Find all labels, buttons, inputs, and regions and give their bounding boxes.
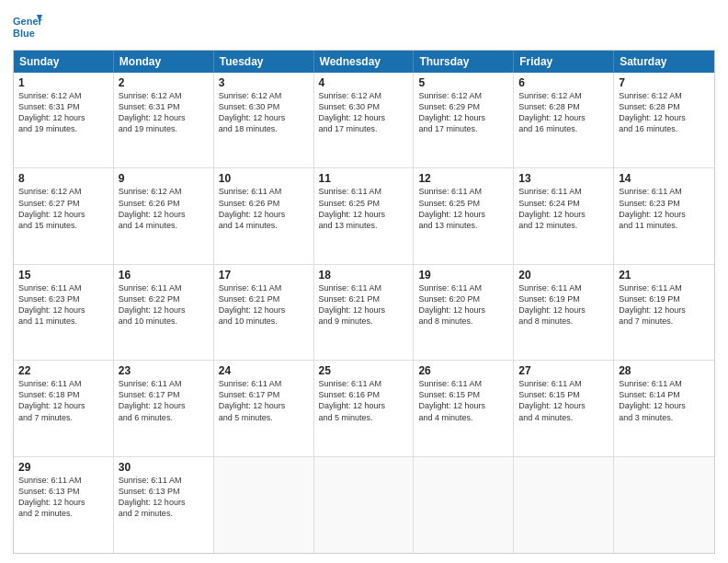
- day-number: 5: [418, 76, 508, 89]
- day-info: Sunrise: 6:11 AMSunset: 6:19 PMDaylight:…: [518, 282, 609, 327]
- day-info: Sunrise: 6:11 AMSunset: 6:17 PMDaylight:…: [119, 378, 209, 423]
- calendar-cell: 19Sunrise: 6:11 AMSunset: 6:20 PMDayligh…: [414, 265, 514, 360]
- day-number: 18: [319, 269, 409, 282]
- day-number: 20: [518, 269, 609, 282]
- calendar-header: SundayMondayTuesdayWednesdayThursdayFrid…: [14, 51, 714, 73]
- calendar-cell: 29Sunrise: 6:11 AMSunset: 6:13 PMDayligh…: [14, 457, 114, 553]
- day-info: Sunrise: 6:11 AMSunset: 6:21 PMDaylight:…: [319, 282, 409, 327]
- calendar-cell: 6Sunrise: 6:12 AMSunset: 6:28 PMDaylight…: [514, 73, 614, 167]
- calendar-cell: 25Sunrise: 6:11 AMSunset: 6:16 PMDayligh…: [314, 361, 415, 455]
- calendar-cell: 17Sunrise: 6:11 AMSunset: 6:21 PMDayligh…: [214, 265, 314, 360]
- header-day-monday: Monday: [114, 51, 214, 73]
- header-day-friday: Friday: [514, 51, 614, 73]
- logo-svg: General Blue: [13, 13, 42, 42]
- day-number: 28: [619, 364, 710, 377]
- calendar-cell: [614, 457, 714, 553]
- day-number: 23: [119, 364, 209, 377]
- day-number: 10: [219, 172, 309, 185]
- calendar-cell: 26Sunrise: 6:11 AMSunset: 6:15 PMDayligh…: [414, 361, 514, 455]
- day-number: 1: [18, 76, 108, 89]
- calendar-cell: 12Sunrise: 6:11 AMSunset: 6:25 PMDayligh…: [414, 168, 514, 263]
- day-number: 9: [119, 172, 209, 185]
- day-info: Sunrise: 6:12 AMSunset: 6:27 PMDaylight:…: [18, 186, 108, 231]
- day-number: 29: [18, 461, 108, 474]
- day-info: Sunrise: 6:11 AMSunset: 6:25 PMDaylight:…: [319, 186, 409, 231]
- day-number: 27: [518, 364, 609, 377]
- day-info: Sunrise: 6:12 AMSunset: 6:28 PMDaylight:…: [518, 90, 609, 135]
- calendar-cell: 4Sunrise: 6:12 AMSunset: 6:30 PMDaylight…: [314, 73, 415, 167]
- calendar-cell: [514, 457, 614, 553]
- calendar-cell: 20Sunrise: 6:11 AMSunset: 6:19 PMDayligh…: [514, 265, 614, 360]
- calendar-cell: 7Sunrise: 6:12 AMSunset: 6:28 PMDaylight…: [614, 73, 714, 167]
- day-info: Sunrise: 6:12 AMSunset: 6:26 PMDaylight:…: [119, 186, 209, 231]
- svg-text:Blue: Blue: [13, 28, 35, 39]
- day-info: Sunrise: 6:12 AMSunset: 6:30 PMDaylight:…: [319, 90, 409, 135]
- day-number: 22: [18, 364, 108, 377]
- calendar-cell: 8Sunrise: 6:12 AMSunset: 6:27 PMDaylight…: [14, 168, 114, 263]
- calendar-cell: [414, 457, 514, 553]
- day-info: Sunrise: 6:12 AMSunset: 6:30 PMDaylight:…: [219, 90, 309, 135]
- calendar-cell: 9Sunrise: 6:12 AMSunset: 6:26 PMDaylight…: [114, 168, 214, 263]
- day-info: Sunrise: 6:11 AMSunset: 6:25 PMDaylight:…: [418, 186, 508, 231]
- day-number: 16: [119, 269, 209, 282]
- day-info: Sunrise: 6:11 AMSunset: 6:18 PMDaylight:…: [18, 378, 108, 423]
- day-number: 17: [219, 269, 309, 282]
- day-number: 13: [518, 172, 609, 185]
- calendar-cell: 24Sunrise: 6:11 AMSunset: 6:17 PMDayligh…: [214, 361, 314, 455]
- calendar-cell: 18Sunrise: 6:11 AMSunset: 6:21 PMDayligh…: [314, 265, 415, 360]
- day-info: Sunrise: 6:11 AMSunset: 6:20 PMDaylight:…: [418, 282, 508, 327]
- day-info: Sunrise: 6:11 AMSunset: 6:15 PMDaylight:…: [518, 378, 609, 423]
- day-number: 6: [518, 76, 609, 89]
- day-number: 2: [119, 76, 209, 89]
- day-number: 24: [219, 364, 309, 377]
- day-info: Sunrise: 6:11 AMSunset: 6:22 PMDaylight:…: [119, 282, 209, 327]
- calendar-cell: 5Sunrise: 6:12 AMSunset: 6:29 PMDaylight…: [414, 73, 514, 167]
- day-info: Sunrise: 6:11 AMSunset: 6:17 PMDaylight:…: [219, 378, 309, 423]
- calendar-cell: 14Sunrise: 6:11 AMSunset: 6:23 PMDayligh…: [614, 168, 714, 263]
- day-info: Sunrise: 6:11 AMSunset: 6:21 PMDaylight:…: [219, 282, 309, 327]
- calendar-cell: 15Sunrise: 6:11 AMSunset: 6:23 PMDayligh…: [14, 265, 114, 360]
- calendar-cell: 16Sunrise: 6:11 AMSunset: 6:22 PMDayligh…: [114, 265, 214, 360]
- day-info: Sunrise: 6:11 AMSunset: 6:23 PMDaylight:…: [619, 186, 710, 231]
- day-number: 8: [18, 172, 108, 185]
- day-info: Sunrise: 6:12 AMSunset: 6:29 PMDaylight:…: [418, 90, 508, 135]
- header-day-sunday: Sunday: [14, 51, 114, 73]
- day-number: 3: [219, 76, 309, 89]
- calendar-cell: [314, 457, 415, 553]
- day-number: 11: [319, 172, 409, 185]
- day-info: Sunrise: 6:12 AMSunset: 6:31 PMDaylight:…: [18, 90, 108, 135]
- day-number: 30: [119, 461, 209, 474]
- day-number: 21: [619, 269, 710, 282]
- calendar-cell: 10Sunrise: 6:11 AMSunset: 6:26 PMDayligh…: [214, 168, 314, 263]
- header-day-saturday: Saturday: [614, 51, 714, 73]
- day-info: Sunrise: 6:11 AMSunset: 6:23 PMDaylight:…: [18, 282, 108, 327]
- day-info: Sunrise: 6:11 AMSunset: 6:13 PMDaylight:…: [119, 475, 209, 520]
- day-number: 7: [619, 76, 710, 89]
- day-info: Sunrise: 6:11 AMSunset: 6:26 PMDaylight:…: [219, 186, 309, 231]
- calendar-cell: 13Sunrise: 6:11 AMSunset: 6:24 PMDayligh…: [514, 168, 614, 263]
- calendar-cell: 22Sunrise: 6:11 AMSunset: 6:18 PMDayligh…: [14, 361, 114, 455]
- logo: General Blue: [13, 13, 46, 42]
- calendar-row: 15Sunrise: 6:11 AMSunset: 6:23 PMDayligh…: [14, 265, 714, 361]
- calendar-cell: 11Sunrise: 6:11 AMSunset: 6:25 PMDayligh…: [314, 168, 415, 263]
- day-info: Sunrise: 6:11 AMSunset: 6:14 PMDaylight:…: [619, 378, 710, 423]
- day-info: Sunrise: 6:11 AMSunset: 6:16 PMDaylight:…: [319, 378, 409, 423]
- header: General Blue: [13, 9, 715, 42]
- calendar-row: 1Sunrise: 6:12 AMSunset: 6:31 PMDaylight…: [14, 73, 714, 168]
- day-info: Sunrise: 6:12 AMSunset: 6:28 PMDaylight:…: [619, 90, 710, 135]
- day-number: 19: [418, 269, 508, 282]
- calendar-cell: 1Sunrise: 6:12 AMSunset: 6:31 PMDaylight…: [14, 73, 114, 167]
- calendar-row: 29Sunrise: 6:11 AMSunset: 6:13 PMDayligh…: [14, 457, 714, 553]
- day-number: 12: [418, 172, 508, 185]
- day-info: Sunrise: 6:12 AMSunset: 6:31 PMDaylight:…: [119, 90, 209, 135]
- calendar-cell: 3Sunrise: 6:12 AMSunset: 6:30 PMDaylight…: [214, 73, 314, 167]
- header-day-wednesday: Wednesday: [314, 51, 415, 73]
- calendar-row: 8Sunrise: 6:12 AMSunset: 6:27 PMDaylight…: [14, 168, 714, 264]
- calendar-cell: 30Sunrise: 6:11 AMSunset: 6:13 PMDayligh…: [114, 457, 214, 553]
- calendar-body: 1Sunrise: 6:12 AMSunset: 6:31 PMDaylight…: [14, 73, 714, 553]
- calendar-cell: 2Sunrise: 6:12 AMSunset: 6:31 PMDaylight…: [114, 73, 214, 167]
- calendar-cell: 21Sunrise: 6:11 AMSunset: 6:19 PMDayligh…: [614, 265, 714, 360]
- day-info: Sunrise: 6:11 AMSunset: 6:24 PMDaylight:…: [518, 186, 609, 231]
- calendar-cell: 23Sunrise: 6:11 AMSunset: 6:17 PMDayligh…: [114, 361, 214, 455]
- day-number: 4: [319, 76, 409, 89]
